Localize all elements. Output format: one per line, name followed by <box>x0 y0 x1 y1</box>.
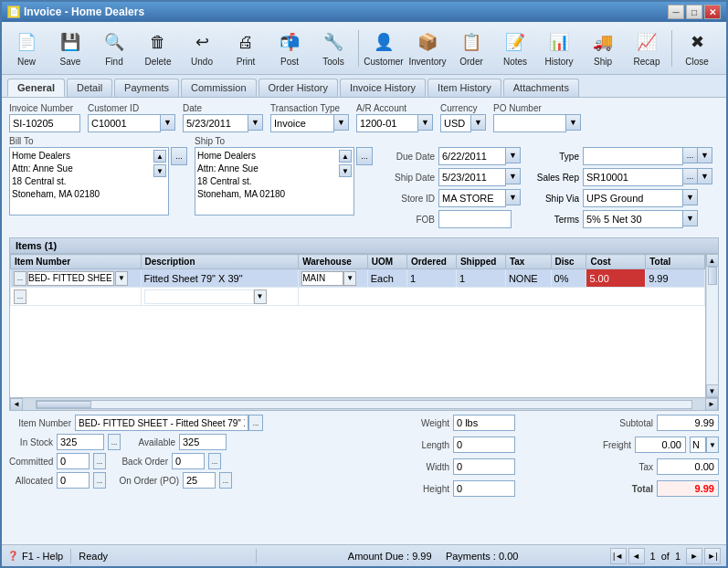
ship-via-dropdown[interactable]: ▼ <box>683 189 698 205</box>
tab-invoice-history[interactable]: Invoice History <box>340 79 426 97</box>
allocated-ellipsis[interactable]: ... <box>93 472 106 489</box>
tab-item-history[interactable]: Item History <box>427 79 501 97</box>
ship-to-ellipsis[interactable]: ... <box>356 147 373 165</box>
bill-to-ellipsis[interactable]: ... <box>171 147 187 165</box>
date-dropdown[interactable]: ▼ <box>248 114 263 131</box>
item-number-bottom-input[interactable] <box>75 415 248 431</box>
terms-dropdown[interactable]: ▼ <box>683 210 698 226</box>
bill-to-scroll-up[interactable]: ▲ <box>153 150 166 163</box>
tools-button[interactable]: 🔧 Tools <box>312 26 354 71</box>
ship-button[interactable]: 🚚 Ship <box>582 26 624 71</box>
history-button[interactable]: 📊 History <box>538 26 580 71</box>
row-warehouse-dropdown[interactable]: ▼ <box>343 271 356 286</box>
back-order-input[interactable] <box>172 453 205 469</box>
weight-input[interactable] <box>453 415 515 431</box>
last-page-btn[interactable]: ►| <box>704 548 721 564</box>
in-stock-ellipsis[interactable]: ... <box>108 434 121 450</box>
row-warehouse-input[interactable] <box>301 271 343 286</box>
tax-input[interactable] <box>657 458 719 475</box>
order-button[interactable]: 📋 Order <box>450 26 492 71</box>
customer-id-dropdown[interactable]: ▼ <box>161 114 175 131</box>
scroll-up-btn[interactable]: ▲ <box>706 254 719 267</box>
tab-payments[interactable]: Payments <box>114 79 179 97</box>
subtotal-input[interactable] <box>657 415 719 431</box>
table-row[interactable]: ... ▼ Fitted Sheet 79" X 39" ▼ <box>11 269 705 288</box>
scroll-right-btn[interactable]: ► <box>705 398 718 411</box>
tab-commission[interactable]: Commission <box>181 79 257 97</box>
terms-input[interactable] <box>583 210 683 228</box>
item-number-ellipsis[interactable]: ... <box>248 415 263 431</box>
row-item-number-input[interactable] <box>27 271 114 286</box>
row-item-dropdown[interactable]: ▼ <box>115 271 128 286</box>
empty-dots-btn[interactable]: ... <box>14 289 26 304</box>
ship-via-input[interactable] <box>583 189 683 207</box>
committed-ellipsis[interactable]: ... <box>93 453 106 469</box>
bill-to-scroll-down[interactable]: ▼ <box>153 164 166 177</box>
po-number-input[interactable] <box>493 114 566 132</box>
new-button[interactable]: 📄 New <box>5 26 47 71</box>
transaction-type-input[interactable] <box>270 114 334 132</box>
type-input[interactable] <box>583 147 683 165</box>
recap-button[interactable]: 📈 Recap <box>626 26 668 71</box>
due-date-input[interactable] <box>438 147 506 165</box>
scroll-down-btn[interactable]: ▼ <box>706 384 719 397</box>
empty-desc-dropdown[interactable]: ▼ <box>254 289 267 304</box>
tab-detail[interactable]: Detail <box>67 79 112 97</box>
tab-attachments[interactable]: Attachments <box>503 79 579 97</box>
freight-code-input[interactable] <box>690 437 706 453</box>
close-button[interactable]: ✕ <box>704 5 721 19</box>
row-dots-btn[interactable]: ... <box>14 271 26 286</box>
tab-general[interactable]: General <box>7 79 65 97</box>
ship-to-scroll-down[interactable]: ▼ <box>339 164 352 177</box>
tab-order-history[interactable]: Order History <box>258 79 338 97</box>
on-order-input[interactable] <box>183 472 216 489</box>
vert-scroll-thumb[interactable] <box>708 267 717 285</box>
notes-button[interactable]: 📝 Notes <box>494 26 536 71</box>
customer-id-input[interactable] <box>88 114 161 132</box>
committed-input[interactable] <box>57 453 90 469</box>
delete-button[interactable]: 🗑 Delete <box>137 26 179 71</box>
store-id-dropdown[interactable]: ▼ <box>506 189 521 205</box>
prev-page-btn[interactable]: ◄ <box>628 548 645 564</box>
maximize-button[interactable]: □ <box>686 5 702 19</box>
first-page-btn[interactable]: |◄ <box>610 548 627 564</box>
ship-date-input[interactable] <box>438 168 506 186</box>
fob-input[interactable] <box>438 210 512 228</box>
next-page-btn[interactable]: ► <box>686 548 702 564</box>
store-id-input[interactable] <box>438 189 506 207</box>
ship-date-dropdown[interactable]: ▼ <box>506 168 521 184</box>
post-button[interactable]: 📬 Post <box>269 26 311 71</box>
currency-dropdown[interactable]: ▼ <box>471 114 486 131</box>
freight-input[interactable] <box>635 437 686 453</box>
length-input[interactable] <box>453 437 515 453</box>
po-number-ellipsis[interactable]: ▼ <box>566 114 581 131</box>
scrollbar-thumb[interactable] <box>37 401 91 408</box>
row-cost[interactable]: 5.00 <box>586 269 646 288</box>
due-date-dropdown[interactable]: ▼ <box>506 147 521 163</box>
inventory-button[interactable]: 📦 Inventory <box>406 26 448 71</box>
height-input[interactable] <box>453 480 515 497</box>
on-order-ellipsis[interactable]: ... <box>219 472 232 489</box>
sales-rep-input[interactable] <box>583 168 683 186</box>
width-input[interactable] <box>453 458 515 475</box>
total-input[interactable] <box>657 480 719 497</box>
freight-dropdown[interactable]: ▼ <box>706 437 719 453</box>
sales-rep-ellipsis[interactable]: ... <box>683 168 698 184</box>
available-input[interactable] <box>179 434 227 450</box>
in-stock-input[interactable] <box>57 434 104 450</box>
print-button[interactable]: 🖨 Print <box>225 26 267 71</box>
undo-button[interactable]: ↩ Undo <box>181 26 223 71</box>
back-order-ellipsis[interactable]: ... <box>208 453 221 469</box>
invoice-number-input[interactable] <box>9 114 80 132</box>
date-input[interactable] <box>183 114 248 132</box>
sales-rep-dropdown[interactable]: ▼ <box>698 168 712 184</box>
ar-account-dropdown[interactable]: ▼ <box>418 114 433 131</box>
save-button[interactable]: 💾 Save <box>49 26 91 71</box>
ship-to-scroll-up[interactable]: ▲ <box>339 150 352 163</box>
customer-button[interactable]: 👤 Customer <box>363 26 405 71</box>
minimize-button[interactable]: ─ <box>668 5 684 19</box>
allocated-input[interactable] <box>57 472 90 489</box>
currency-input[interactable] <box>440 114 471 132</box>
type-dropdown[interactable]: ▼ <box>698 147 712 163</box>
find-button[interactable]: 🔍 Find <box>93 26 135 71</box>
